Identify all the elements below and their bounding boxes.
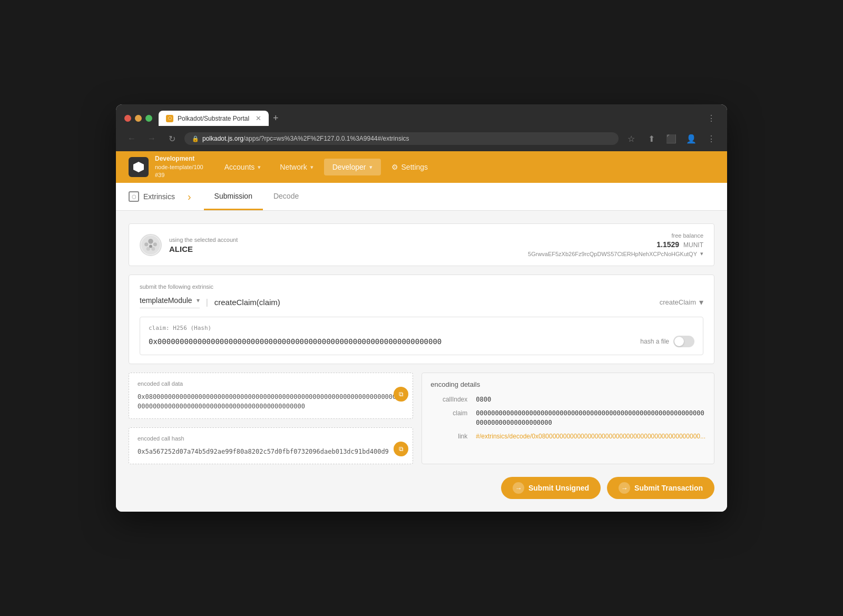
app-header: Development node-template/100 #39 Accoun… — [116, 151, 727, 183]
active-tab[interactable]: ⬡ Polkadot/Substrate Portal ✕ — [159, 111, 269, 126]
browser-window: ⬡ Polkadot/Substrate Portal ✕ + ⋮ ← → ↻ … — [116, 104, 727, 512]
profile-button[interactable]: 👤 — [684, 131, 699, 146]
balance-amount: 1.1529 MUNIT — [528, 240, 703, 249]
account-section: using the selected account ALICE free ba… — [129, 223, 714, 266]
submit-unsigned-icon: → — [513, 482, 524, 494]
nav-item-accounts[interactable]: Accounts ▾ — [216, 159, 270, 175]
address-text: polkadot.js.org/apps/?rpc=ws%3A%2F%2F127… — [202, 135, 409, 142]
address-bar[interactable]: 🔒 polkadot.js.org/apps/?rpc=ws%3A%2F%2F1… — [184, 132, 619, 145]
minimize-window-button[interactable] — [135, 115, 142, 122]
extrinsics-icon: ⬡ — [129, 191, 139, 202]
submit-unsigned-button[interactable]: → Submit Unsigned — [501, 477, 601, 499]
more-options-button[interactable]: ⋮ — [704, 111, 719, 126]
extrinsics-nav-item: ⬡ Extrinsics — [129, 183, 175, 210]
copy-encoded-call-hash-button[interactable]: ⧉ — [394, 442, 408, 456]
encoded-call-data-panel: encoded call data 0x08000000000000000000… — [129, 373, 413, 419]
hash-file-toggle-switch[interactable] — [673, 336, 694, 347]
logo-icon — [129, 157, 149, 177]
account-left: using the selected account ALICE — [140, 234, 238, 256]
address-bar-row: ← → ↻ 🔒 polkadot.js.org/apps/?rpc=ws%3A%… — [124, 131, 719, 151]
submit-transaction-button[interactable]: → Submit Transaction — [607, 477, 714, 499]
claim-value-input[interactable]: 0x00000000000000000000000000000000000000… — [149, 337, 634, 346]
module-selector: templateModule ▾ | createClaim(claim) cr… — [140, 296, 703, 308]
encoded-call-hash-value: 0x5a567252d07a74b5d92ae99f80a8202c57d0fb… — [138, 447, 404, 456]
encoding-row-callindex: callIndex 0800 — [430, 395, 705, 404]
bookmark-button[interactable]: ☆ — [624, 131, 639, 146]
submit-transaction-icon: → — [619, 482, 630, 494]
tab-submission[interactable]: Submission — [204, 183, 263, 210]
reload-button[interactable]: ↻ — [164, 131, 179, 146]
action-buttons: → Submit Unsigned → Submit Transaction — [129, 477, 714, 499]
sub-nav-tabs: Submission Decode — [204, 183, 310, 210]
logo-text: Development node-template/100 #39 — [155, 154, 203, 180]
sub-nav-arrow: › — [188, 191, 191, 203]
svg-point-2 — [148, 239, 153, 244]
svg-point-7 — [149, 245, 152, 248]
menu-button[interactable]: ⋮ — [704, 131, 719, 146]
encoded-call-hash-panel: encoded call hash 0x5a567252d07a74b5d92a… — [129, 427, 413, 464]
network-chevron-icon: ▾ — [310, 164, 313, 171]
tab-decode[interactable]: Decode — [263, 183, 309, 210]
tab-close-button[interactable]: ✕ — [256, 114, 261, 122]
lock-icon: 🔒 — [192, 135, 199, 142]
accounts-chevron-icon: ▾ — [258, 164, 261, 171]
account-right: free balance 1.1529 MUNIT 5GrwvaEF5zXb26… — [528, 232, 703, 257]
tab-title: Polkadot/Substrate Portal — [178, 115, 249, 122]
maximize-window-button[interactable] — [145, 115, 152, 122]
tab-bar: ⬡ Polkadot/Substrate Portal ✕ + — [159, 111, 698, 126]
create-claim-right[interactable]: createClaim ▾ — [660, 297, 703, 307]
svg-point-3 — [144, 242, 148, 246]
main-content: using the selected account ALICE free ba… — [116, 211, 727, 512]
browser-actions: ⋮ — [704, 111, 719, 126]
close-window-button[interactable] — [124, 115, 131, 122]
encoding-row-link: link #/extrinsics/decode/0x0800000000000… — [430, 432, 705, 441]
settings-gear-icon: ⚙ — [391, 163, 398, 171]
nav-menu: Accounts ▾ Network ▾ Developer ▾ ⚙ Setti… — [216, 159, 714, 175]
traffic-lights — [124, 115, 152, 122]
svg-point-5 — [146, 247, 150, 250]
encoding-link[interactable]: #/extrinsics/decode/0x080000000000000000… — [476, 432, 705, 441]
nav-item-settings[interactable]: ⚙ Settings — [383, 159, 437, 175]
back-button[interactable]: ← — [124, 131, 139, 146]
encoded-call-data-value: 0x08000000000000000000000000000000000000… — [138, 392, 404, 411]
share-button[interactable]: ⬆ — [644, 131, 659, 146]
bottom-panels: encoded call data 0x08000000000000000000… — [129, 373, 714, 464]
encoding-row-claim: claim 0000000000000000000000000000000000… — [430, 408, 705, 427]
browser-chrome: ⬡ Polkadot/Substrate Portal ✕ + ⋮ ← → ↻ … — [116, 104, 727, 151]
address-dropdown-icon[interactable]: ▾ — [700, 250, 703, 257]
app-logo: Development node-template/100 #39 — [129, 154, 203, 180]
forward-button[interactable]: → — [144, 131, 159, 146]
account-address-row: 5GrwvaEF5zXb26Fz9rcQpDWS57CtERHpNehXCPcN… — [528, 250, 703, 257]
app-content: Development node-template/100 #39 Accoun… — [116, 151, 727, 512]
copy-encoded-call-data-button[interactable]: ⧉ — [394, 387, 408, 402]
module-select-wrap[interactable]: templateModule ▾ — [140, 296, 200, 308]
extrinsic-section: submit the following extrinsic templateM… — [129, 275, 714, 364]
module-dropdown-icon: ▾ — [197, 297, 200, 304]
claim-input-row: 0x00000000000000000000000000000000000000… — [149, 336, 694, 347]
developer-chevron-icon: ▾ — [369, 164, 373, 171]
avatar — [140, 234, 162, 256]
tab-favicon: ⬡ — [166, 115, 173, 122]
claim-input-section: claim: H256 (Hash) 0x0000000000000000000… — [140, 317, 703, 355]
svg-marker-0 — [133, 162, 144, 172]
nav-item-developer[interactable]: Developer ▾ — [324, 159, 381, 175]
method-separator: | — [206, 298, 208, 307]
sub-nav: ⬡ Extrinsics › Submission Decode — [116, 183, 727, 211]
hash-file-toggle: hash a file — [640, 336, 694, 347]
svg-point-4 — [153, 242, 157, 246]
nav-item-network[interactable]: Network ▾ — [271, 159, 321, 175]
account-info: using the selected account ALICE — [169, 237, 238, 253]
create-claim-dropdown-icon: ▾ — [699, 297, 703, 307]
browser-controls: ⬡ Polkadot/Substrate Portal ✕ + ⋮ — [124, 111, 719, 126]
new-tab-button[interactable]: + — [273, 113, 279, 124]
encoding-details-panel: encoding details callIndex 0800 claim 00… — [422, 373, 714, 464]
extensions-button[interactable]: ⬛ — [664, 131, 679, 146]
svg-point-6 — [151, 247, 155, 250]
